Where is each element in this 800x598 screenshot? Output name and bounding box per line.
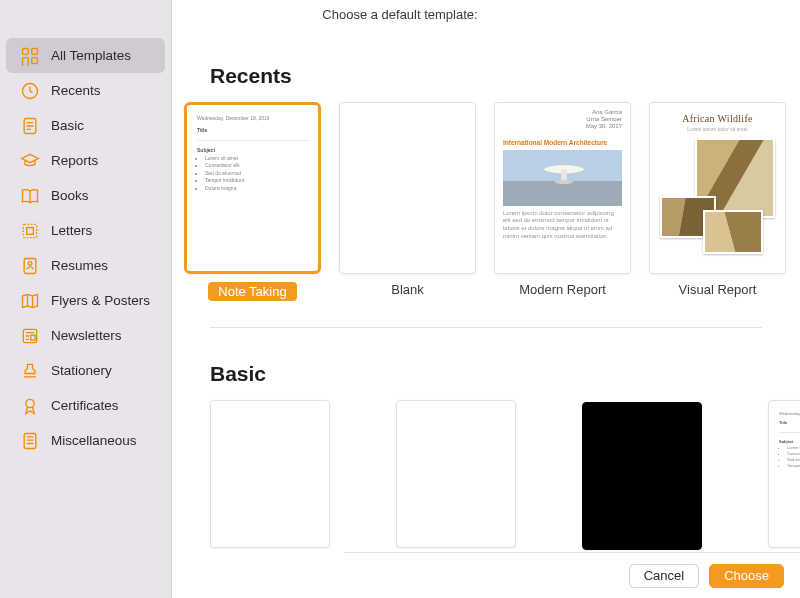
- cancel-button[interactable]: Cancel: [629, 564, 699, 588]
- choose-button[interactable]: Choose: [709, 564, 784, 588]
- template-thumbnail: [339, 102, 476, 274]
- window-header: Choose a default template:: [0, 0, 800, 30]
- grid-icon: [20, 46, 40, 66]
- template-card-modern-report[interactable]: Ana GarciaUrna SemperMay 30, 2017 Intern…: [494, 102, 631, 301]
- sidebar-item-label: Newsletters: [51, 328, 122, 343]
- svg-rect-2: [23, 57, 29, 65]
- svg-point-16: [555, 180, 573, 184]
- template-card-visual-report[interactable]: African Wildlife Lorem ipsum dolor sit a…: [649, 102, 786, 301]
- template-scroll-area[interactable]: Recents Wednesday, December 18, 2019 Tit…: [172, 28, 800, 556]
- template-card-blank[interactable]: [396, 400, 516, 550]
- sidebar-item-label: Recents: [51, 83, 101, 98]
- sidebar-item-label: Flyers & Posters: [51, 293, 150, 308]
- svg-point-9: [28, 261, 32, 265]
- svg-rect-3: [32, 57, 38, 63]
- ribbon-icon: [20, 396, 40, 416]
- template-card-note-taking[interactable]: Wednesday, December 18, 2019 Title Subje…: [184, 102, 321, 301]
- main-panel: Recents Wednesday, December 18, 2019 Tit…: [172, 0, 800, 598]
- sidebar-item-label: All Templates: [51, 48, 131, 63]
- templates-grid-recents: Wednesday, December 18, 2019 Title Subje…: [172, 102, 800, 301]
- section-title-basic: Basic: [210, 362, 800, 386]
- svg-rect-0: [23, 48, 29, 54]
- page-icon: [20, 431, 40, 451]
- svg-rect-11: [31, 335, 35, 340]
- stamp-icon: [20, 221, 40, 241]
- choose-button-label: Choose: [724, 568, 769, 583]
- sidebar-item-label: Letters: [51, 223, 92, 238]
- template-caption: Visual Report: [679, 282, 757, 297]
- person-doc-icon: [20, 256, 40, 276]
- stamp-tool-icon: [20, 361, 40, 381]
- sidebar-item-letters[interactable]: Letters: [6, 213, 165, 248]
- svg-rect-7: [27, 227, 34, 234]
- template-thumbnail: Wednesday, December 18, 2019 Title Subje…: [184, 102, 321, 274]
- sidebar-item-label: Miscellaneous: [51, 433, 137, 448]
- sidebar-item-books[interactable]: Books: [6, 178, 165, 213]
- template-thumbnail: [396, 400, 516, 548]
- section-divider: [210, 327, 762, 328]
- sidebar-item-label: Books: [51, 188, 89, 203]
- sidebar-item-all-templates[interactable]: All Templates: [6, 38, 165, 73]
- sidebar-item-recents[interactable]: Recents: [6, 73, 165, 108]
- template-thumbnail: Wednesday, December 18, 2019 Title Subje…: [768, 400, 800, 548]
- template-card-note-taking[interactable]: Wednesday, December 18, 2019 Title Subje…: [768, 400, 800, 550]
- template-thumbnail: [210, 400, 330, 548]
- sidebar: All Templates Recents Basic Reports Book: [0, 0, 172, 598]
- sidebar-item-certificates[interactable]: Certificates: [6, 388, 165, 423]
- template-card-blank[interactable]: [210, 400, 330, 550]
- sidebar-item-newsletters[interactable]: Newsletters: [6, 318, 165, 353]
- cancel-button-label: Cancel: [644, 568, 684, 583]
- document-icon: [20, 116, 40, 136]
- svg-rect-15: [561, 169, 567, 182]
- sidebar-item-label: Resumes: [51, 258, 108, 273]
- sidebar-item-basic[interactable]: Basic: [6, 108, 165, 143]
- svg-rect-13: [24, 433, 36, 448]
- svg-point-12: [26, 399, 34, 407]
- map-icon: [20, 291, 40, 311]
- sidebar-item-resumes[interactable]: Resumes: [6, 248, 165, 283]
- sidebar-item-label: Basic: [51, 118, 84, 133]
- svg-rect-6: [23, 224, 36, 237]
- header-title: Choose a default template:: [322, 7, 477, 22]
- template-caption: Modern Report: [519, 282, 606, 297]
- sidebar-item-label: Certificates: [51, 398, 119, 413]
- template-thumbnail: African Wildlife Lorem ipsum dolor sit a…: [649, 102, 786, 274]
- sidebar-item-label: Stationery: [51, 363, 112, 378]
- svg-rect-1: [32, 48, 38, 54]
- footer-bar: Cancel Choose: [344, 552, 800, 598]
- template-caption: Note Taking: [208, 282, 296, 301]
- newspaper-icon: [20, 326, 40, 346]
- sidebar-item-stationery[interactable]: Stationery: [6, 353, 165, 388]
- template-thumbnail: Ana GarciaUrna SemperMay 30, 2017 Intern…: [494, 102, 631, 274]
- sidebar-item-flyers[interactable]: Flyers & Posters: [6, 283, 165, 318]
- template-thumbnail: [582, 402, 702, 550]
- sidebar-item-label: Reports: [51, 153, 98, 168]
- template-card-blank-black[interactable]: [582, 400, 702, 550]
- sidebar-item-reports[interactable]: Reports: [6, 143, 165, 178]
- clock-icon: [20, 81, 40, 101]
- templates-grid-basic: Wednesday, December 18, 2019 Title Subje…: [172, 400, 800, 550]
- graduation-icon: [20, 151, 40, 171]
- section-title-recents: Recents: [210, 64, 800, 88]
- template-chooser-window: Choose a default template: All Templates…: [0, 0, 800, 598]
- sidebar-item-miscellaneous[interactable]: Miscellaneous: [6, 423, 165, 458]
- template-caption: Blank: [391, 282, 424, 297]
- book-icon: [20, 186, 40, 206]
- template-card-blank[interactable]: Blank: [339, 102, 476, 301]
